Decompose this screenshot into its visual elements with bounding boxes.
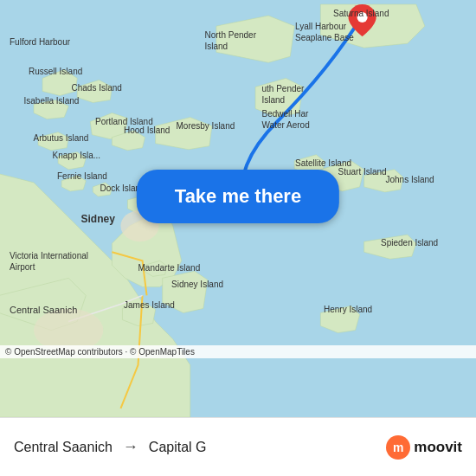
moovit-logo-text: moovit bbox=[414, 439, 462, 456]
svg-point-29 bbox=[357, 12, 368, 23]
attribution-bar: © OpenStreetMap contributors · © OpenMap… bbox=[0, 345, 476, 358]
direction-arrow: → bbox=[123, 438, 138, 456]
moovit-logo: m moovit bbox=[386, 435, 462, 460]
moovit-logo-icon: m bbox=[386, 435, 410, 460]
take-me-there-button[interactable]: Take me there bbox=[137, 170, 339, 223]
map-area: Fulford Harbour Russell Island Chads Isl… bbox=[0, 0, 476, 417]
destination-label: Capital G bbox=[149, 440, 207, 455]
app-container: Fulford Harbour Russell Island Chads Isl… bbox=[0, 0, 476, 476]
origin-label: Central Saanich bbox=[14, 440, 113, 455]
bottom-bar: Central Saanich → Capital G m moovit bbox=[0, 417, 476, 476]
moovit-logo-letter: m bbox=[393, 441, 403, 454]
attribution-text: © OpenStreetMap contributors · © OpenMap… bbox=[5, 347, 195, 357]
